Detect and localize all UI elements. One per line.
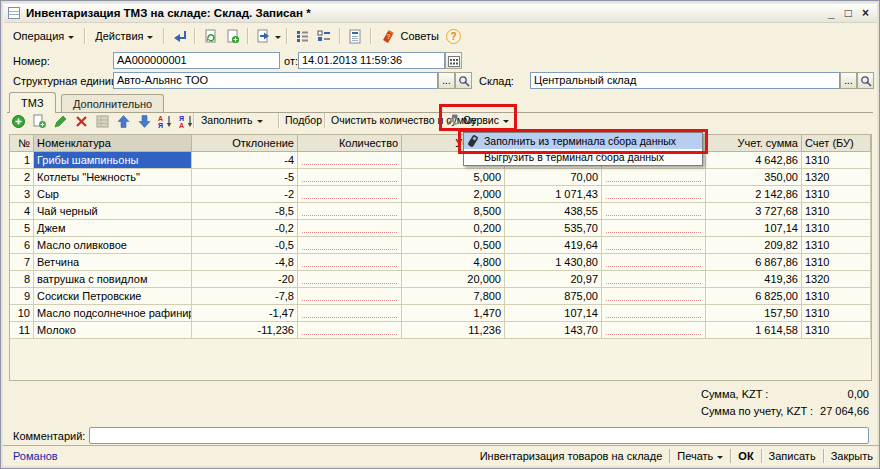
table-cell[interactable]: -5 [192,169,298,186]
table-cell[interactable]: -11,236 [192,322,298,339]
table-cell[interactable] [298,186,402,203]
table-cell[interactable] [602,237,706,254]
column-header-7[interactable]: Учет. сумма [706,135,802,152]
unit-input[interactable]: Авто-Альянс ТОО [113,72,438,89]
table-cell[interactable]: 5,000 [402,169,505,186]
table-cell[interactable]: 8 [10,271,34,288]
table-cell[interactable]: 1320 [802,271,871,288]
table-row[interactable]: 1Грибы шампиньоны-44 642,861310 [10,152,871,169]
table-cell[interactable]: 209,82 [706,237,802,254]
table-cell[interactable]: 1310 [802,203,871,220]
service-menu-item[interactable]: Выгрузить в терминал сбора данных [464,149,702,165]
table-cell[interactable] [602,203,706,220]
save-button[interactable]: Записать [769,450,816,462]
table-cell[interactable] [298,322,402,339]
table-cell[interactable]: -8,5 [192,203,298,220]
table-cell[interactable] [602,220,706,237]
table-cell[interactable]: 8,500 [402,203,505,220]
table-cell[interactable]: ватрушка с повидлом [34,271,192,288]
table-cell[interactable]: 2 142,86 [706,186,802,203]
table-cell[interactable]: -4,8 [192,254,298,271]
move-up-button[interactable] [114,112,132,130]
table-cell[interactable] [298,220,402,237]
table-cell[interactable]: 11,236 [402,322,505,339]
maximize-button[interactable]: □ [845,6,852,20]
new-copy-button[interactable] [222,26,242,46]
pick-button[interactable]: Подбор [285,111,322,129]
delete-row-button[interactable] [72,112,90,130]
table-cell[interactable]: 1 071,43 [505,186,602,203]
table-cell[interactable] [602,254,706,271]
ok-button[interactable]: ОК [738,450,753,462]
column-header-1[interactable]: Номенклатура [34,135,192,152]
comment-input[interactable] [89,427,869,444]
column-header-0[interactable]: № [10,135,34,152]
table-row[interactable]: 6Масло оливковое-0,50,500419,64209,82131… [10,237,871,254]
write-document-button[interactable] [169,26,189,46]
table-cell[interactable]: 20,97 [505,271,602,288]
tab-tmz[interactable]: ТМЗ [9,92,56,113]
add-row-button[interactable] [9,112,27,130]
table-cell[interactable]: -20 [192,271,298,288]
number-input[interactable]: АА000000001 [113,52,280,69]
table-cell[interactable]: 419,64 [505,237,602,254]
table-row[interactable]: 9Сосиски Петровские-7,87,800875,006 825,… [10,288,871,305]
chevron-down-icon[interactable] [275,36,281,42]
table-cell[interactable]: -2 [192,186,298,203]
table-cell[interactable]: -0,5 [192,237,298,254]
table-cell[interactable] [298,305,402,322]
table-cell[interactable]: -7,8 [192,288,298,305]
table-cell[interactable]: 7 [10,254,34,271]
table-cell[interactable]: -4 [192,152,298,169]
table-cell[interactable]: 1310 [802,254,871,271]
table-cell[interactable]: 70,00 [505,169,602,186]
table-cell[interactable] [298,203,402,220]
table-cell[interactable]: -1,47 [192,305,298,322]
table-row[interactable]: 11Молоко-11,23611,236143,701 614,581310 [10,322,871,339]
end-edit-button[interactable] [93,112,111,130]
copy-row-button[interactable] [30,112,48,130]
help-button[interactable]: ? [446,29,461,44]
service-menu-item[interactable]: Заполнить из терминала сбора данных [464,133,702,149]
unit-browse-button[interactable]: ... [438,72,455,89]
table-cell[interactable]: 20,000 [402,271,505,288]
table-cell[interactable]: -0,2 [192,220,298,237]
table-cell[interactable]: 1 [10,152,34,169]
print-button[interactable]: Печать [677,450,723,462]
report-button[interactable] [345,26,365,46]
edit-row-button[interactable] [51,112,69,130]
warehouse-input[interactable]: Центральный склад [530,72,840,89]
table-cell[interactable]: 3 727,68 [706,203,802,220]
table-row[interactable]: 8ватрушка с повидлом-2020,00020,97419,36… [10,271,871,288]
table-cell[interactable]: 7,800 [402,288,505,305]
close-button[interactable]: × [862,6,869,20]
table-cell[interactable]: 107,14 [706,220,802,237]
column-header-3[interactable]: Количество [298,135,402,152]
table-cell[interactable]: 6 825,00 [706,288,802,305]
table-cell[interactable]: 1,470 [402,305,505,322]
table-cell[interactable]: 1 614,58 [706,322,802,339]
table-cell[interactable]: 1310 [802,220,871,237]
table-cell[interactable]: 157,50 [706,305,802,322]
table-cell[interactable]: 2,000 [402,186,505,203]
table-cell[interactable] [298,169,402,186]
minimize-button[interactable]: _ [828,6,835,20]
table-cell[interactable]: 11 [10,322,34,339]
table-cell[interactable] [298,152,402,169]
table-cell[interactable]: 535,70 [505,220,602,237]
table-cell[interactable]: 9 [10,288,34,305]
table-cell[interactable]: Сыр [34,186,192,203]
table-row[interactable]: 5Джем-0,20,200535,70107,141310 [10,220,871,237]
table-cell[interactable]: 1320 [802,169,871,186]
unit-open-button[interactable] [455,72,472,89]
table-cell[interactable]: 350,00 [706,169,802,186]
table-cell[interactable]: 1310 [802,186,871,203]
table-cell[interactable]: 4 642,86 [706,152,802,169]
actions-menu-button[interactable]: Действия [90,26,158,46]
table-cell[interactable]: 3 [10,186,34,203]
table-cell[interactable]: 2 [10,169,34,186]
table-cell[interactable]: 143,70 [505,322,602,339]
table-cell[interactable]: 1310 [802,322,871,339]
table-cell[interactable]: 1310 [802,152,871,169]
table-row[interactable]: 4Чай черный-8,58,500438,553 727,681310 [10,203,871,220]
